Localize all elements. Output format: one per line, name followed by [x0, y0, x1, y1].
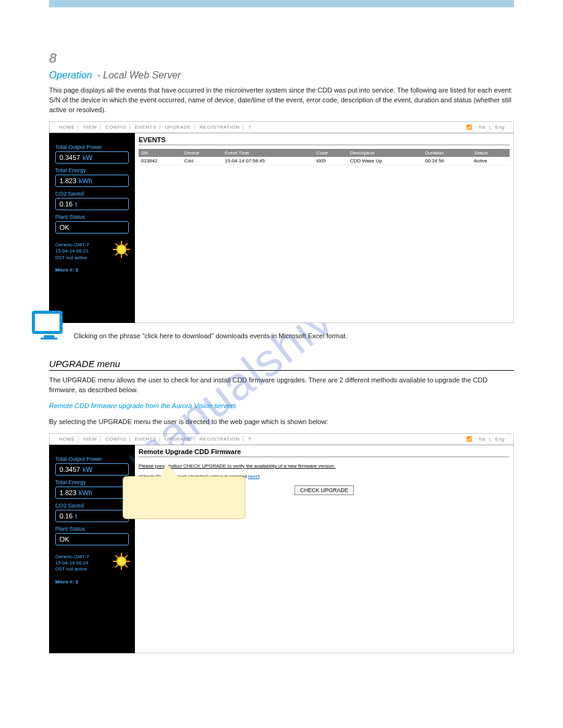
- screenshot-upgrade: HOME VIEW CONFIG EVENTS UPGRADE REGISTRA…: [49, 433, 514, 653]
- callout-tooltip: [123, 476, 245, 519]
- plant-status: OK: [55, 221, 129, 233]
- remote-upgrade-intro: By selecting the UPGRADE menu the user i…: [49, 417, 514, 427]
- table-row: 023842 Cdd 15-04-14 07:58:45 I005 CDD Wa…: [139, 157, 510, 165]
- sidebar-label: Plant Status: [55, 214, 129, 220]
- nav-home[interactable]: HOME: [56, 436, 79, 442]
- total-energy: 1.823kWh: [55, 487, 129, 499]
- nav-bar: HOME VIEW CONFIG EVENTS UPGRADE REGISTRA…: [56, 436, 254, 442]
- nav-view[interactable]: VIEW: [80, 436, 101, 442]
- nav-config[interactable]: CONFIG: [102, 124, 130, 130]
- header-sub: - Local Web Server: [97, 70, 181, 81]
- col-sn: SN: [139, 149, 182, 157]
- check-upgrade-button[interactable]: CHECK UPGRADE: [294, 485, 354, 495]
- events-table: SN Device Event Time Code Description Du…: [139, 149, 510, 165]
- sidebar-label: Total Output Power: [55, 456, 129, 462]
- col-code: Code: [314, 149, 348, 157]
- nav-events[interactable]: EVENTS: [132, 436, 160, 442]
- col-time: Event Time: [222, 149, 313, 157]
- monitor-icon: [32, 311, 66, 341]
- nav-bar: HOME VIEW CONFIG EVENTS UPGRADE REGISTRA…: [56, 124, 254, 130]
- sidebar-label: Plant Status: [55, 526, 129, 532]
- col-dur: Duration: [423, 149, 472, 157]
- co2-saved: 0.16t: [55, 198, 129, 210]
- download-note: Clicking on the phrase "click here to do…: [74, 332, 347, 341]
- sidebar-panel: Total Output Power 0.3457kW Total Energy…: [49, 445, 135, 653]
- micro-count: Micro #: 3: [55, 267, 129, 273]
- upgrade-panel-title: Remote Upgrade CDD Firmware: [139, 448, 510, 457]
- signal-icon: 📶: [464, 124, 475, 130]
- nav-upgrade[interactable]: UPGRADE: [162, 124, 195, 130]
- total-output-power: 0.3457kW: [55, 463, 129, 476]
- nav-view[interactable]: VIEW: [80, 124, 101, 130]
- nav-home[interactable]: HOME: [56, 124, 79, 130]
- nav-help[interactable]: ?: [245, 436, 254, 442]
- nav-registration[interactable]: REGISTRATION: [196, 124, 243, 130]
- events-title: EVENTS: [139, 136, 510, 145]
- lang-ita[interactable]: Ita: [477, 124, 488, 130]
- remote-upgrade-title: Remote CDD firmware upgrade from the Aur…: [49, 401, 514, 411]
- sun-icon: [113, 553, 130, 570]
- lang-eng[interactable]: Eng: [492, 124, 507, 130]
- section-number: 8: [49, 50, 514, 66]
- header-operation: Operation: [49, 70, 92, 81]
- total-output-power: 0.3457kW: [55, 151, 129, 164]
- col-desc: Description: [348, 149, 423, 157]
- total-energy: 1.823kWh: [55, 175, 129, 187]
- sidebar-label: Total Energy: [55, 479, 129, 485]
- sidebar-label: Total Energy: [55, 167, 129, 173]
- nav-config[interactable]: CONFIG: [102, 436, 130, 442]
- nav-events[interactable]: EVENTS: [132, 124, 160, 130]
- sidebar-label: Total Output Power: [55, 144, 129, 150]
- lang-eng[interactable]: Eng: [492, 436, 507, 442]
- col-device: Device: [182, 149, 223, 157]
- col-status: Status: [472, 149, 510, 157]
- nav-help[interactable]: ?: [245, 124, 254, 130]
- signal-icon: 📶: [464, 436, 475, 442]
- upgrade-instruction: Please press button CHECK UPGRADE to ver…: [139, 463, 510, 469]
- here-link[interactable]: here: [248, 474, 258, 479]
- sidebar-label: CO2 Saved: [55, 502, 129, 509]
- sun-icon: [113, 241, 130, 258]
- sidebar-label: CO2 Saved: [55, 191, 129, 197]
- micro-count: Micro #: 3: [55, 579, 129, 585]
- lang-ita[interactable]: Ita: [477, 436, 488, 442]
- intro-paragraph: This page displays all the events that h…: [49, 86, 514, 115]
- co2-saved: 0.16t: [55, 510, 129, 522]
- upgrade-intro: The UPGRADE menu allows the user to chec…: [49, 376, 514, 395]
- nav-upgrade[interactable]: UPGRADE: [162, 436, 195, 442]
- sidebar-panel: Total Output Power 0.3457kW Total Energy…: [49, 133, 135, 323]
- plant-status: OK: [55, 533, 129, 545]
- nav-registration[interactable]: REGISTRATION: [196, 436, 243, 442]
- screenshot-events: HOME VIEW CONFIG EVENTS UPGRADE REGISTRA…: [49, 121, 514, 323]
- upgrade-menu-title: UPGRADE menu: [49, 358, 514, 371]
